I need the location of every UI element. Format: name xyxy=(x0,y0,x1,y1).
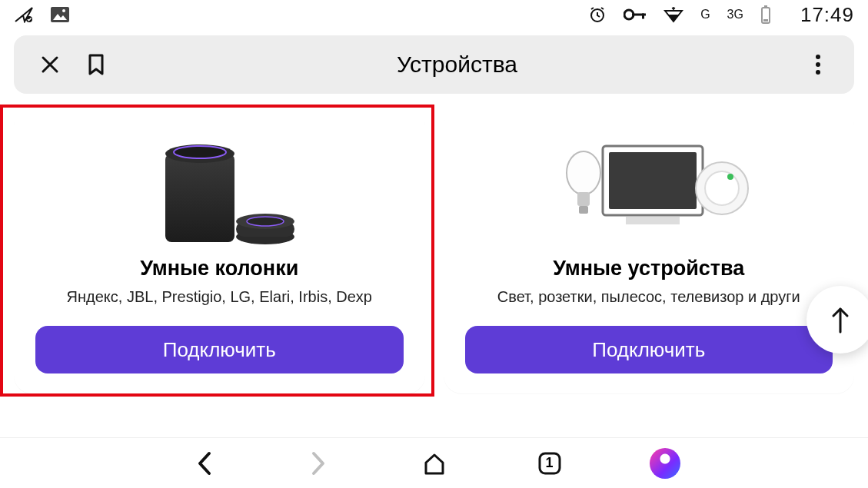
svg-point-14 xyxy=(816,55,820,59)
svg-rect-8 xyxy=(642,14,644,19)
svg-rect-12 xyxy=(764,5,767,8)
card-smart-devices[interactable]: Умные устройства Свет, розетки, пылесос,… xyxy=(444,108,855,393)
card-title: Умные колонки xyxy=(140,257,298,281)
svg-rect-28 xyxy=(626,217,680,224)
page-title: Устройства xyxy=(112,51,802,78)
svg-rect-27 xyxy=(609,152,697,209)
svg-point-33 xyxy=(705,171,739,205)
app-header: Устройства xyxy=(14,35,854,94)
nav-tabs-button[interactable]: 1 xyxy=(534,448,565,479)
content-area: Умные колонки Яндекс, JBL, Prestigio, LG… xyxy=(0,94,868,393)
image-icon xyxy=(51,7,69,22)
tabs-count: 1 xyxy=(545,455,553,471)
svg-point-34 xyxy=(727,174,733,180)
net-g-label: G xyxy=(700,8,710,22)
svg-point-16 xyxy=(816,70,820,75)
bottom-nav: 1 xyxy=(0,437,868,488)
devices-illustration xyxy=(549,131,749,246)
bookmark-button[interactable] xyxy=(80,48,112,81)
alarm-icon xyxy=(588,5,607,24)
share-location-icon xyxy=(14,6,34,23)
vpn-key-icon xyxy=(624,8,647,21)
card-subtitle: Свет, розетки, пылесос, телевизор и друг… xyxy=(465,288,833,306)
svg-rect-17 xyxy=(165,154,234,242)
svg-rect-31 xyxy=(579,206,588,214)
net-3g-label: 3G xyxy=(727,8,743,22)
nav-back-button[interactable] xyxy=(188,448,219,479)
svg-marker-10 xyxy=(668,15,679,22)
svg-point-29 xyxy=(567,151,600,194)
svg-rect-13 xyxy=(763,19,768,22)
connect-devices-button[interactable]: Подключить xyxy=(465,326,833,373)
assistant-orb-icon xyxy=(650,448,680,479)
nav-forward-button[interactable] xyxy=(304,448,334,479)
more-menu-button[interactable] xyxy=(802,48,834,81)
svg-point-4 xyxy=(62,9,65,12)
battery-icon xyxy=(760,5,771,24)
speakers-illustration xyxy=(119,131,319,246)
card-smart-speakers[interactable]: Умные колонки Яндекс, JBL, Prestigio, LG… xyxy=(14,108,425,393)
svg-rect-30 xyxy=(577,192,590,206)
nav-assistant-button[interactable] xyxy=(650,448,680,479)
statusbar: G 3G 17:49 xyxy=(0,0,868,29)
connect-speakers-button[interactable]: Подключить xyxy=(35,326,404,373)
scroll-top-button[interactable] xyxy=(806,286,868,354)
clock-time: 17:49 xyxy=(800,3,854,27)
close-button[interactable] xyxy=(34,48,66,81)
svg-point-15 xyxy=(816,62,820,67)
card-title: Умные устройства xyxy=(553,257,744,281)
wifi-icon xyxy=(663,6,683,23)
nav-home-button[interactable] xyxy=(419,448,450,479)
card-subtitle: Яндекс, JBL, Prestigio, LG, Elari, Irbis… xyxy=(35,288,404,306)
